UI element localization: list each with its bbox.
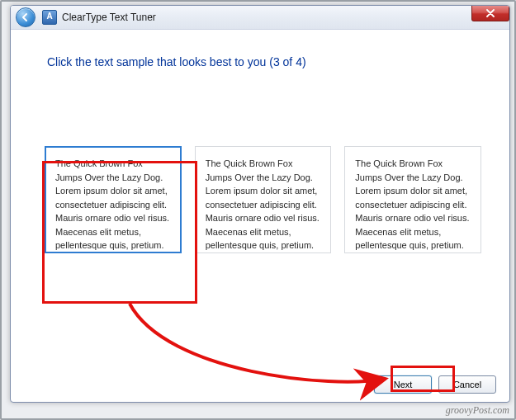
text-sample-1[interactable]: The Quick Brown Fox Jumps Over the Lazy … xyxy=(45,146,182,253)
next-button[interactable]: Next xyxy=(374,375,432,394)
page-heading: Click the text sample that looks best to… xyxy=(47,55,496,68)
app-icon: A xyxy=(42,10,57,25)
title-bar: A ClearType Text Tuner xyxy=(11,6,509,30)
back-arrow-icon xyxy=(21,12,31,22)
watermark: groovyPost.com xyxy=(446,404,509,417)
back-button[interactable] xyxy=(16,7,36,27)
screenshot-frame: A ClearType Text Tuner Click the text sa… xyxy=(0,0,516,420)
text-sample-3[interactable]: The Quick Brown Fox Jumps Over the Lazy … xyxy=(344,146,481,253)
sample-row: The Quick Brown Fox Jumps Over the Lazy … xyxy=(45,146,481,253)
close-icon xyxy=(485,9,495,17)
close-button[interactable] xyxy=(471,6,509,21)
dialog-body: Click the text sample that looks best to… xyxy=(24,39,496,366)
cancel-button[interactable]: Cancel xyxy=(438,375,496,394)
window-title: ClearType Text Tuner xyxy=(62,12,156,23)
dialog-window: A ClearType Text Tuner Click the text sa… xyxy=(10,5,510,403)
text-sample-2[interactable]: The Quick Brown Fox Jumps Over the Lazy … xyxy=(195,146,332,253)
button-row: Next Cancel xyxy=(374,375,496,394)
